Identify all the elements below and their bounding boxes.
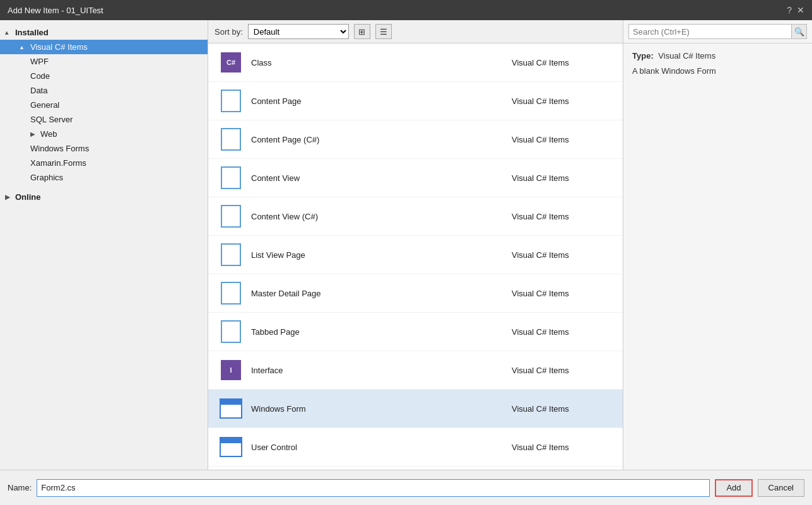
title-bar-controls: ? ✕ — [787, 5, 804, 15]
title-bar: Add New Item - 01_UITest ? ✕ — [0, 0, 812, 20]
sidebar-item-general[interactable]: General — [0, 98, 208, 112]
item-name-tabbed-page: Tabbed Page — [251, 327, 512, 337]
item-category-master-detail: Visual C# Items — [512, 289, 613, 298]
item-row-content-page-cs[interactable]: Content Page (C#) Visual C# Items — [208, 120, 623, 159]
sidebar: ▴ Installed ▴ Visual C# Items WPF Code D… — [0, 20, 208, 470]
item-row-list-view-page[interactable]: List View Page Visual C# Items — [208, 236, 623, 274]
sidebar-item-label: WPF — [30, 57, 49, 66]
sidebar-installed-header[interactable]: ▴ Installed — [0, 25, 208, 40]
sidebar-item-label: General — [30, 100, 59, 110]
info-panel: Type: Visual C# Items A blank Windows Fo… — [623, 44, 812, 470]
help-icon[interactable]: ? — [787, 5, 792, 15]
item-category-content-page: Visual C# Items — [512, 96, 613, 106]
type-info: Type: Visual C# Items — [632, 51, 803, 61]
sidebar-item-wpf[interactable]: WPF — [0, 54, 208, 69]
item-icon-interface: I — [218, 357, 244, 383]
item-category-content-page-cs: Visual C# Items — [512, 135, 613, 144]
sidebar-item-label: Visual C# Items — [30, 42, 88, 52]
item-row-content-page[interactable]: Content Page Visual C# Items — [208, 82, 623, 120]
page-cs-file-icon — [221, 128, 241, 151]
search-button[interactable]: 🔍 — [792, 24, 807, 39]
sidebar-item-data[interactable]: Data — [0, 83, 208, 98]
sidebar-item-visual-csharp[interactable]: ▴ Visual C# Items — [0, 40, 208, 54]
sidebar-online-header[interactable]: ▶ Online — [0, 190, 208, 204]
visual-csharp-arrow: ▴ — [20, 44, 30, 50]
dialog-title: Add New Item - 01_UITest — [8, 6, 103, 15]
sidebar-item-label: Web — [40, 129, 57, 139]
sidebar-item-xamarin-forms[interactable]: Xamarin.Forms — [0, 156, 208, 170]
windows-form-icon — [220, 398, 242, 419]
item-row-class[interactable]: C# Class Visual C# Items — [208, 44, 623, 82]
item-category-content-view: Visual C# Items — [512, 173, 613, 183]
item-category-user-control: Visual C# Items — [512, 443, 613, 452]
item-icon-master-detail — [218, 281, 244, 306]
search-input[interactable] — [628, 24, 792, 39]
list-view-page-icon — [221, 243, 241, 266]
item-name-class: Class — [251, 58, 512, 67]
item-row-user-control[interactable]: User Control Visual C# Items — [208, 428, 623, 467]
list-view-button[interactable]: ☰ — [375, 24, 392, 39]
name-label: Name: — [8, 483, 32, 492]
item-row-tabbed-page[interactable]: Tabbed Page Visual C# Items — [208, 313, 623, 351]
sidebar-item-web[interactable]: ▶ Web — [0, 127, 208, 141]
item-icon-windows-form — [218, 396, 244, 421]
item-row-windows-form[interactable]: Windows Form Visual C# Items — [208, 390, 623, 428]
item-row-interface[interactable]: I Interface Visual C# Items — [208, 351, 623, 390]
type-value: Visual C# Items — [658, 51, 715, 61]
add-button[interactable]: Add — [715, 479, 752, 497]
sort-select[interactable]: Default Name Type Category — [248, 24, 349, 39]
close-icon[interactable]: ✕ — [797, 5, 804, 15]
cs-file-icon: C# — [221, 52, 241, 73]
web-arrow: ▶ — [30, 131, 40, 137]
item-icon-list-view-page — [218, 242, 244, 267]
page-file-icon — [221, 90, 241, 112]
item-list: C# Class Visual C# Items Content Page Vi… — [208, 44, 623, 470]
sidebar-item-graphics[interactable]: Graphics — [0, 170, 208, 185]
item-row-content-view[interactable]: Content View Visual C# Items — [208, 159, 623, 197]
sidebar-item-label: Data — [30, 86, 47, 95]
item-category-class: Visual C# Items — [512, 58, 613, 67]
sort-by-label: Sort by: — [215, 27, 243, 37]
item-icon-tabbed-page — [218, 319, 244, 344]
search-box: 🔍 — [623, 20, 812, 44]
item-icon-content-view — [218, 165, 244, 190]
description: A blank Windows Form — [632, 66, 803, 77]
item-name-content-view: Content View — [251, 173, 512, 183]
main-content: ▴ Installed ▴ Visual C# Items WPF Code D… — [0, 20, 812, 470]
item-name-master-detail: Master Detail Page — [251, 289, 512, 298]
content-view-file-icon — [221, 166, 241, 189]
installed-arrow: ▴ — [5, 29, 15, 36]
item-category-list-view-page: Visual C# Items — [512, 250, 613, 260]
item-icon-content-page-cs — [218, 127, 244, 152]
sidebar-item-label: Graphics — [30, 173, 63, 182]
item-icon-content-view-cs — [218, 204, 244, 229]
online-arrow: ▶ — [5, 194, 15, 200]
item-category-content-view-cs: Visual C# Items — [512, 212, 613, 221]
master-detail-icon — [221, 282, 241, 305]
grid-view-button[interactable]: ⊞ — [354, 24, 370, 39]
sidebar-item-code[interactable]: Code — [0, 69, 208, 83]
content-view-cs-icon — [221, 205, 241, 228]
right-panel: 🔍 Type: Visual C# Items A blank Windows … — [623, 20, 812, 470]
item-name-content-page-cs: Content Page (C#) — [251, 135, 512, 144]
user-control-icon — [220, 437, 242, 457]
sidebar-item-label: Code — [30, 71, 50, 81]
item-row-view-cell[interactable]: View Cell Visual C# Items — [208, 467, 623, 470]
installed-label: Installed — [15, 28, 49, 37]
interface-icon: I — [221, 360, 241, 380]
item-row-master-detail[interactable]: Master Detail Page Visual C# Items — [208, 274, 623, 313]
sidebar-item-label: Xamarin.Forms — [30, 158, 86, 168]
item-icon-user-control — [218, 434, 244, 460]
name-input[interactable] — [37, 479, 710, 497]
center-content: Sort by: Default Name Type Category ⊞ ☰ … — [208, 20, 623, 470]
cancel-button[interactable]: Cancel — [758, 479, 804, 497]
item-name-content-view-cs: Content View (C#) — [251, 212, 512, 221]
item-icon-class: C# — [218, 50, 244, 75]
graphics-arrow — [20, 174, 30, 181]
tabbed-page-icon — [221, 320, 241, 343]
toolbar: Sort by: Default Name Type Category ⊞ ☰ — [208, 20, 623, 44]
type-label: Type: — [632, 51, 654, 61]
sidebar-item-windows-forms[interactable]: Windows Forms — [0, 141, 208, 156]
item-row-content-view-cs[interactable]: Content View (C#) Visual C# Items — [208, 197, 623, 236]
sidebar-item-sql-server[interactable]: SQL Server — [0, 112, 208, 127]
